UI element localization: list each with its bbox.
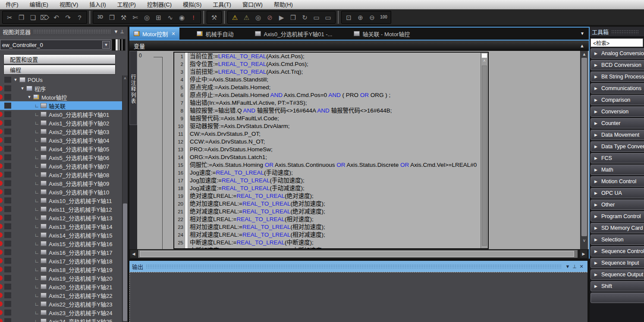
tree-item-axis21-y-22[interactable]: ∟Axis21_分选机械手Y轴22 xyxy=(0,291,122,300)
error-reset-icon[interactable]: ⚠ xyxy=(241,12,252,23)
tree-node-2[interactable]: ▼Motor轴控 xyxy=(0,93,122,101)
code-line-19[interactable]: 绝对速度LREAL:=REAL_TO_LREAL(绝对速度); xyxy=(188,192,481,200)
transfer-from-controller-icon[interactable]: ▭ xyxy=(322,12,334,23)
error-list-icon[interactable]: ! xyxy=(188,12,199,23)
toolbox-category-math[interactable]: ▶Math xyxy=(591,165,644,175)
code-line-13[interactable]: PRO:=Axis.DrvStatus.HomeSw; xyxy=(188,146,481,153)
menu-item-1[interactable]: 编辑(E) xyxy=(24,0,54,9)
collapse-up-icon[interactable]: ▲ xyxy=(580,43,584,48)
scroll-up-icon[interactable]: ▲ xyxy=(581,52,588,56)
tree-item-axis7-y-08[interactable]: ∟Axis7_分选机械手Y轴08 xyxy=(0,170,122,179)
panel-menu-icon[interactable]: ▼ xyxy=(113,29,119,34)
tree-item-axis0-y-01[interactable]: ∟Axis0_分选机械手Y轴01 xyxy=(0,110,122,119)
toolbox-category-conversion[interactable]: ▶Conversion xyxy=(591,106,644,117)
toolbox-category-selection[interactable]: ▶Selection xyxy=(591,234,644,245)
tab-3[interactable]: 轴关联 - Motor轴控 xyxy=(349,28,414,40)
tree-item-axis23-y-24[interactable]: ∟Axis23_分选机械手Y轴24 xyxy=(0,308,122,317)
scroll-left-icon[interactable]: ◀ xyxy=(130,250,137,258)
toolbox-category-communications[interactable]: ▶Communications xyxy=(591,83,644,94)
variables-bar[interactable]: 变量 ▲ xyxy=(129,40,589,51)
differential-monitor-icon[interactable]: ∿ xyxy=(164,12,176,23)
tab-0[interactable]: Motor控制✕ xyxy=(129,28,179,40)
redo-icon[interactable]: ↷ xyxy=(62,12,74,23)
code-line-26[interactable]: 中断加速度LREAL:=REAL_TO_LREAL(中断加速度) xyxy=(188,247,481,248)
close-icon[interactable]: ✕ xyxy=(578,264,585,269)
build-icon[interactable]: ⚒ xyxy=(118,12,129,23)
copy-icon[interactable]: ❐ xyxy=(16,12,27,23)
code-line-8[interactable]: 轴控报警:=轴出错.Q AND 轴报警代码<>16#644A AND 轴报警代码… xyxy=(188,107,481,115)
toolbox-category-sequence-control[interactable]: ▶Sequence Control xyxy=(591,246,644,256)
tree-item-axis18-y-19[interactable]: ∟Axis18_分选机械手Y轴19 xyxy=(0,265,122,274)
code-line-21[interactable]: 绝对减速度LREAL:=REAL_TO_LREAL(绝对减速度); xyxy=(188,208,481,216)
tree-item-axis4-y-05[interactable]: ∟Axis4_分选机械手Y轴05 xyxy=(0,144,122,153)
programming-button[interactable]: 编程 xyxy=(3,65,116,75)
code-line-2[interactable]: 指令位置:=LREAL_TO_REAL(Axis.Cmd.Pos); xyxy=(188,60,481,68)
menu-item-3[interactable]: 插入(I) xyxy=(84,0,111,9)
monitor-start-icon[interactable]: ◎ xyxy=(252,12,264,23)
toolbox-category-fcs[interactable]: ▶FCS xyxy=(591,153,644,163)
toolbox-category-motion-control[interactable]: ▶Motion Control xyxy=(591,176,644,187)
code-line-17[interactable]: Jog加速度:=REAL_TO_LREAL(手动加速度); xyxy=(188,177,481,184)
toolbox-category-analog-conversion[interactable]: ▶Analog Conversion xyxy=(591,48,644,59)
code-line-6[interactable]: 原点停止:=Axis.Details.Homed AND Axis.Cmd.Po… xyxy=(188,91,481,99)
code-line-20[interactable]: 绝对加速度LREAL:=REAL_TO_LREAL(绝对加速度); xyxy=(188,200,481,208)
toolbox-category-shift[interactable]: ▶Shift xyxy=(591,281,644,291)
tree-item-axis10-y-11[interactable]: ∟Axis10_分选机械手Y轴11 xyxy=(0,196,122,205)
menu-item-2[interactable]: 视图(V) xyxy=(54,0,84,9)
tab-list-dropdown-icon[interactable]: ▼ xyxy=(580,31,584,36)
code-panel[interactable]: 1234567891011121314151617181920212223242… xyxy=(173,52,489,249)
tree-node-1[interactable]: ▼程序 xyxy=(0,84,122,93)
monitor-icon[interactable]: ◎ xyxy=(141,12,153,23)
code-line-7[interactable]: 轴出错(In:=Axis.MFaultLvl.Active, PT:=T#3S)… xyxy=(188,99,481,107)
troubleshoot-icon[interactable]: ⚒ xyxy=(208,12,220,23)
watch-table-icon[interactable]: ⊞ xyxy=(153,12,164,23)
code-line-10[interactable]: 驱动器报警:=Axis.DrvStatus.DrvAlarm; xyxy=(188,122,481,130)
menu-item-9[interactable]: 帮助(H) xyxy=(268,0,298,9)
toolbox-category-data-movement[interactable]: ▶Data Movement xyxy=(591,130,644,140)
tree-item-axis8-y-09[interactable]: ∟Axis8_分选机械手Y轴09 xyxy=(0,179,122,188)
code-scrollbar[interactable]: ˄ xyxy=(481,53,488,248)
toolbox-category-opc-ua[interactable]: ▶OPC UA xyxy=(591,188,644,198)
tab-1[interactable]: 机械手自动 xyxy=(192,28,238,40)
menu-item-7[interactable]: 工具(T) xyxy=(207,0,237,9)
tree-item-axis6-y-07[interactable]: ∟Axis6_分选机械手Y轴07 xyxy=(0,162,122,170)
code-line-4[interactable]: 停止中:=Axis.Status.Standstill; xyxy=(188,76,481,84)
undo-icon[interactable]: ↶ xyxy=(50,12,62,23)
toolbox-category-data-type-conversion[interactable]: ▶Data Type Conversion xyxy=(591,141,644,152)
tree-item-axis14-y-15[interactable]: ∟Axis14_分选机械手Y轴15 xyxy=(0,231,122,239)
toolbox-category-sequence-output[interactable]: ▶Sequence Output xyxy=(591,269,644,280)
scroll-up-icon[interactable]: ˄ xyxy=(481,59,488,63)
toolbox-category-other[interactable]: ▶Other xyxy=(591,200,644,210)
controller-select[interactable]: ew_Controller_0 ▼ xyxy=(0,40,111,50)
pin-icon[interactable]: ⊥ xyxy=(571,264,578,269)
tree-node-0[interactable]: ▼POUs xyxy=(0,75,122,84)
zoom-100-icon[interactable]: 100 xyxy=(378,12,390,23)
pin-icon[interactable]: ⊥ xyxy=(119,29,125,34)
tree-item-axis17-y-18[interactable]: ∟Axis17_分选机械手Y轴18 xyxy=(0,256,122,265)
toolbox-category-sequence-input[interactable]: ▶Sequence Input xyxy=(591,258,644,268)
editor-vertical-scrollbar[interactable]: ▲ ˅ xyxy=(580,51,588,249)
scroll-up-icon[interactable]: ˄ xyxy=(123,75,128,81)
tree-item--[interactable]: ∟轴关联 xyxy=(0,101,122,110)
stack-icon[interactable]: ❒ xyxy=(287,12,299,23)
configurations-setup-button[interactable]: 配置和设置 xyxy=(3,54,116,64)
tree-item-axis22-y-23[interactable]: ∟Axis22_分选机械手Y轴23 xyxy=(0,300,122,308)
line-comment-list-tab[interactable]: 行注释列表 xyxy=(129,51,137,125)
scroll-down-icon[interactable]: ˅ xyxy=(581,238,588,243)
code-line-22[interactable]: 相对速度LREAL:=REAL_TO_LREAL(相对速度); xyxy=(188,216,481,223)
window-arrange-icon[interactable]: ❒ xyxy=(106,12,118,23)
menu-item-5[interactable]: 控制器(C) xyxy=(141,0,177,9)
menu-item-6[interactable]: 模拟(S) xyxy=(177,0,207,9)
scroll-right-icon[interactable]: ▶ xyxy=(580,250,587,258)
transfer-to-controller-icon[interactable]: ▭ xyxy=(311,12,322,23)
expand-arrow-icon[interactable]: ▼ xyxy=(27,95,32,99)
tree-item-axis2-y-03[interactable]: ∟Axis2_分选机械手Y轴03 xyxy=(0,127,122,136)
tree-item-axis13-y-14[interactable]: ∟Axis13_分选机械手Y轴14 xyxy=(0,222,122,231)
editor-horizontal-scrollbar[interactable]: ◀ ▶ xyxy=(129,249,589,259)
code-line-11[interactable]: CW:=Axis.DrvStatus.P_OT; xyxy=(188,130,481,138)
scrollbar-thumb[interactable] xyxy=(482,66,487,246)
tab-2[interactable]: Axis0_分选机械手Y轴01 -... xyxy=(251,28,336,40)
toolbox-category-bit-string-processing[interactable]: ▶Bit String Processing xyxy=(591,72,644,82)
tree-item-axis24-y-25[interactable]: ∟Axis24_变轨机械手Y轴25 xyxy=(0,317,122,322)
tree-item-axis15-y-16[interactable]: ∟Axis15_分选机械手Y轴16 xyxy=(0,239,122,248)
